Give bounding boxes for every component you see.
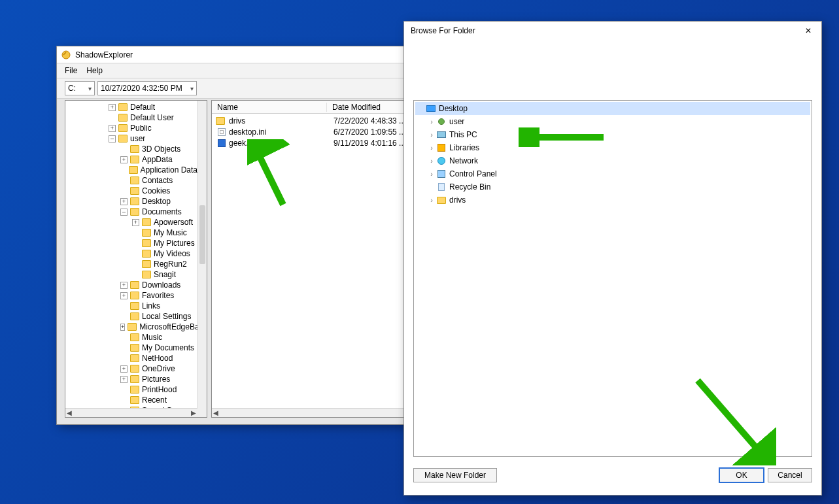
- browse-tree-item-label: user: [449, 117, 464, 126]
- folder-icon: [118, 114, 128, 122]
- browse-tree-item-label: This PC: [449, 130, 477, 139]
- tree-item[interactable]: Cookies: [67, 186, 197, 196]
- svg-line-1: [255, 147, 283, 205]
- expand-toggle-icon[interactable]: +: [120, 365, 128, 373]
- tree-vscrollbar[interactable]: [197, 101, 207, 408]
- tree-item-label: Apowersoft: [154, 218, 193, 227]
- tree-item-label: My Pictures: [154, 239, 195, 248]
- tree-item[interactable]: Application Data: [67, 165, 197, 175]
- tree-spacer: [132, 271, 139, 278]
- tree-item[interactable]: +Favorites: [67, 290, 197, 301]
- file-date: 6/27/2020 1:09:55 ...: [334, 127, 405, 137]
- folder-icon: [142, 239, 151, 247]
- browse-tree-item-label: Libraries: [449, 143, 479, 152]
- folder-icon: [130, 302, 139, 310]
- tree-item[interactable]: PrintHood: [67, 384, 197, 395]
- scroll-corner: [197, 408, 207, 417]
- tree-item[interactable]: Contacts: [67, 175, 197, 186]
- tree-item[interactable]: +MicrosoftEdgeBacku: [67, 322, 197, 332]
- tree-item[interactable]: My Documents: [67, 343, 197, 353]
- lib-icon: [436, 143, 447, 153]
- tree-item[interactable]: Snagit: [67, 269, 197, 280]
- cancel-button[interactable]: Cancel: [768, 468, 812, 482]
- browse-tree-item[interactable]: ›drivs: [415, 193, 810, 207]
- close-icon[interactable]: ✕: [802, 26, 815, 35]
- tree-item-label: Cookies: [142, 186, 170, 195]
- tree-item[interactable]: NetHood: [67, 353, 197, 363]
- browse-tree-item[interactable]: ›Control Panel: [415, 167, 810, 180]
- chevron-right-icon[interactable]: ›: [428, 196, 436, 204]
- tree-item[interactable]: +AppData: [67, 154, 197, 165]
- expand-toggle-icon[interactable]: +: [120, 282, 128, 289]
- tree-spacer: [120, 355, 128, 362]
- tree-item-label: user: [130, 134, 145, 143]
- chevron-right-icon[interactable]: ›: [428, 144, 436, 152]
- svg-point-0: [62, 51, 70, 59]
- chevron-right-icon[interactable]: ›: [428, 170, 436, 178]
- tree-item[interactable]: +Downloads: [67, 280, 197, 290]
- annotation-arrow: [519, 127, 610, 147]
- tree-item[interactable]: –user: [67, 133, 197, 144]
- folder-icon: [130, 156, 139, 163]
- folder-icon: [142, 218, 151, 226]
- tree-item[interactable]: 3D Objects: [67, 144, 197, 154]
- tree-item[interactable]: +Pictures: [67, 374, 197, 384]
- app-icon: [61, 50, 71, 60]
- expand-toggle-icon[interactable]: +: [120, 292, 128, 299]
- snapshot-combo[interactable]: 10/27/2020 4:32:50 PM ▾: [97, 81, 197, 95]
- expand-toggle-icon[interactable]: –: [109, 135, 116, 143]
- tree-item-label: Desktop: [142, 197, 171, 206]
- tree-item-label: RegRun2: [154, 260, 187, 269]
- menu-help[interactable]: Help: [86, 66, 103, 75]
- browse-tree-item[interactable]: ›This PC: [415, 128, 810, 141]
- folder-tree-pane: +DefaultDefault User+Public–user3D Objec…: [65, 100, 207, 418]
- tree-item[interactable]: +Default: [67, 102, 197, 112]
- browse-tree-item[interactable]: Recycle Bin: [415, 180, 810, 193]
- tree-item[interactable]: Recent: [67, 395, 197, 405]
- browse-tree-item[interactable]: ›Libraries: [415, 141, 810, 154]
- tree-item[interactable]: RegRun2: [67, 259, 197, 269]
- folder-icon: [130, 312, 139, 320]
- browse-tree-item[interactable]: Desktop: [415, 102, 810, 115]
- menu-file[interactable]: File: [65, 66, 77, 75]
- tree-item[interactable]: +Apowersoft: [67, 217, 197, 227]
- expand-toggle-icon[interactable]: –: [120, 209, 128, 216]
- desktop-icon: [426, 103, 436, 114]
- tree-item[interactable]: +OneDrive: [67, 363, 197, 374]
- make-new-folder-button[interactable]: Make New Folder: [413, 468, 497, 482]
- tree-item[interactable]: My Music: [67, 227, 197, 238]
- expand-toggle-icon[interactable]: +: [109, 125, 116, 132]
- tree-item[interactable]: My Pictures: [67, 238, 197, 248]
- browse-tree-item[interactable]: ›Network: [415, 154, 810, 167]
- expand-toggle-icon[interactable]: +: [120, 198, 128, 205]
- drive-combo[interactable]: C: ▾: [65, 81, 95, 95]
- tree-item[interactable]: Local Settings: [67, 311, 197, 322]
- expand-toggle-icon[interactable]: +: [120, 324, 125, 331]
- expand-toggle-icon[interactable]: +: [132, 219, 139, 226]
- expand-toggle-icon[interactable]: +: [109, 104, 116, 111]
- tree-item[interactable]: +Desktop: [67, 196, 197, 207]
- expand-toggle-icon[interactable]: +: [120, 156, 128, 163]
- ok-button[interactable]: OK: [719, 468, 764, 482]
- chevron-right-icon[interactable]: ›: [428, 118, 436, 126]
- tree-item-label: Default User: [130, 113, 174, 122]
- folder-icon: [130, 365, 139, 373]
- tree-item-label: MicrosoftEdgeBacku: [139, 322, 197, 331]
- folder-icon: [118, 103, 128, 111]
- expand-toggle-icon[interactable]: +: [120, 376, 128, 383]
- chevron-right-icon[interactable]: ›: [428, 131, 436, 139]
- tree-hscrollbar[interactable]: ◀▶: [65, 408, 197, 417]
- tree-item[interactable]: –Documents: [67, 207, 197, 217]
- tree-item[interactable]: +Public: [67, 123, 197, 133]
- col-name[interactable]: Name: [212, 103, 327, 112]
- chevron-right-icon[interactable]: ›: [428, 157, 436, 165]
- browse-tree-item[interactable]: ›user: [415, 115, 810, 128]
- dialog-titlebar[interactable]: Browse For Folder ✕: [404, 22, 821, 40]
- net-icon: [436, 156, 447, 166]
- folder-tree[interactable]: +DefaultDefault User+Public–user3D Objec…: [65, 101, 197, 408]
- tree-item[interactable]: Links: [67, 301, 197, 311]
- tree-item[interactable]: Default User: [67, 112, 197, 123]
- tree-item[interactable]: My Videos: [67, 248, 197, 259]
- drive-combo-value: C:: [68, 84, 76, 93]
- tree-item[interactable]: Music: [67, 332, 197, 343]
